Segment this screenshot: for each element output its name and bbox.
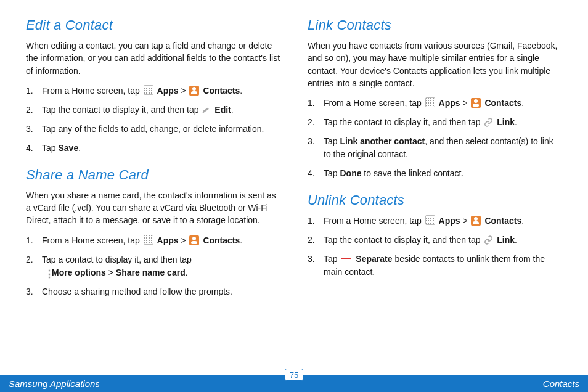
step-item: Tap any of the fields to add, change, or… <box>26 123 280 136</box>
step-item: Tap the contact to display it, and then … <box>26 104 280 116</box>
section-share-namecard: Share a Name Card When you share a name … <box>26 167 280 298</box>
contact-icon <box>471 98 481 108</box>
step-end: . <box>240 235 242 245</box>
apps-grid-icon <box>144 85 153 95</box>
step-text: Tap the contact to display it, and then … <box>324 235 483 245</box>
step-item: Choose a sharing method and follow the p… <box>26 285 280 298</box>
left-column: Edit a Contact When editing a contact, y… <box>26 17 280 366</box>
steps-edit-contact: From a Home screen, tap Apps > Contacts.… <box>26 84 280 155</box>
footer-left: Samsung Applications <box>9 378 100 389</box>
step-text: Tap the contact to display it, and then … <box>324 117 483 127</box>
step-end: . <box>521 216 524 226</box>
contacts-label: Contacts <box>203 86 240 96</box>
gt-separator: > <box>106 267 116 277</box>
steps-unlink-contacts: From a Home screen, tap Apps > Contacts.… <box>308 214 562 279</box>
page-footer: Samsung Applications 75 Contacts <box>0 375 588 392</box>
step-item: From a Home screen, tap Apps > Contacts. <box>308 97 562 110</box>
pencil-icon <box>202 105 211 114</box>
step-end: . <box>521 98 524 108</box>
step-text: Tap <box>324 254 340 264</box>
edit-label: Edit <box>214 105 231 115</box>
page-number: 75 <box>285 369 303 381</box>
section-edit-contact: Edit a Contact When editing a contact, y… <box>26 17 280 155</box>
step-text: From a Home screen, tap <box>324 216 424 226</box>
step-text: From a Home screen, tap <box>324 98 424 108</box>
heading-share-namecard: Share a Name Card <box>26 167 280 183</box>
apps-grid-icon <box>425 215 435 225</box>
heading-edit-contact: Edit a Contact <box>26 17 280 33</box>
save-label: Save <box>58 143 78 153</box>
contact-icon <box>189 235 199 245</box>
intro-share-namecard: When you share a name card, the contact'… <box>26 189 280 227</box>
link-another-label: Link another contact <box>340 136 425 146</box>
step-text: Tap the contact to display it, and then … <box>42 105 201 115</box>
gt-separator: > <box>179 86 189 96</box>
done-label: Done <box>340 168 361 178</box>
step-item: Tap Done to save the linked contact. <box>308 167 562 180</box>
footer-right: Contacts <box>543 378 579 389</box>
step-end: . <box>231 105 234 115</box>
minus-icon <box>341 258 351 259</box>
gt-separator: > <box>460 98 470 108</box>
apps-label: Apps <box>439 98 460 108</box>
share-namecard-label: Share name card <box>116 267 186 277</box>
step-item: From a Home screen, tap Apps > Contacts. <box>308 214 562 227</box>
gt-separator: > <box>179 235 189 245</box>
step-item: Tap Link another contact, and then selec… <box>308 135 562 161</box>
step-item: Tap the contact to display it, and then … <box>308 234 562 247</box>
steps-share-namecard: From a Home screen, tap Apps > Contacts.… <box>26 234 280 298</box>
contacts-label: Contacts <box>484 216 521 226</box>
section-link-contacts: Link Contacts When you have contacts fro… <box>308 17 562 180</box>
step-end: . <box>240 86 242 96</box>
section-unlink-contacts: Unlink Contacts From a Home screen, tap … <box>308 192 562 279</box>
apps-grid-icon <box>144 235 153 245</box>
contact-icon <box>189 86 199 96</box>
step-text: Tap <box>324 168 340 178</box>
step-text: to save the linked contact. <box>361 168 463 178</box>
link-label: Link <box>497 117 515 127</box>
step-item: From a Home screen, tap Apps > Contacts. <box>26 234 280 247</box>
step-item: From a Home screen, tap Apps > Contacts. <box>26 84 280 97</box>
step-text: From a Home screen, tap <box>42 86 142 96</box>
step-item: Tap Save. <box>26 142 280 155</box>
step-text: From a Home screen, tap <box>42 235 142 245</box>
step-item: Tap a contact to display it, and then ta… <box>26 253 280 279</box>
step-text: Tap <box>324 136 340 146</box>
step-end: . <box>186 267 188 277</box>
contacts-label: Contacts <box>484 98 521 108</box>
apps-label: Apps <box>439 216 460 226</box>
step-item: Tap Separate beside contacts to unlink t… <box>308 253 562 279</box>
steps-link-contacts: From a Home screen, tap Apps > Contacts.… <box>308 97 562 180</box>
step-end: . <box>78 143 81 153</box>
contact-icon <box>471 216 481 226</box>
more-options-icon <box>43 268 49 277</box>
right-column: Link Contacts When you have contacts fro… <box>308 17 562 366</box>
page-content: Edit a Contact When editing a contact, y… <box>0 0 588 366</box>
step-text: Choose a sharing method and follow the p… <box>42 287 232 296</box>
apps-grid-icon <box>425 97 435 107</box>
step-text: Tap <box>42 143 58 153</box>
heading-link-contacts: Link Contacts <box>308 17 562 33</box>
heading-unlink-contacts: Unlink Contacts <box>308 192 562 208</box>
step-text: Tap any of the fields to add, change, or… <box>42 124 264 134</box>
step-item: Tap the contact to display it, and then … <box>308 116 562 129</box>
gt-separator: > <box>460 216 470 226</box>
separate-label: Separate <box>356 254 392 264</box>
intro-edit-contact: When editing a contact, you can tap a fi… <box>26 39 280 77</box>
intro-link-contacts: When you have contacts from various sour… <box>308 39 562 89</box>
link-label: Link <box>497 235 515 245</box>
link-icon <box>484 118 493 127</box>
more-options-label: More options <box>52 267 106 277</box>
step-end: . <box>515 235 517 245</box>
step-text: Tap a contact to display it, and then ta… <box>42 255 192 264</box>
apps-label: Apps <box>157 86 179 96</box>
link-icon <box>484 235 493 245</box>
contacts-label: Contacts <box>203 235 240 245</box>
step-end: . <box>515 117 517 127</box>
apps-label: Apps <box>157 235 179 245</box>
